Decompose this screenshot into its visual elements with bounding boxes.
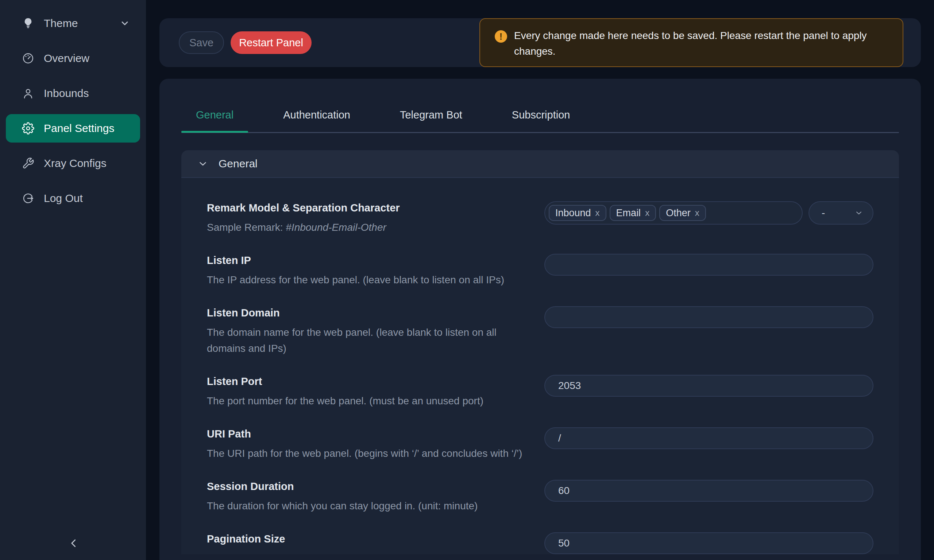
- remove-tag-icon[interactable]: x: [695, 208, 700, 218]
- form-row-remark-model: Remark Model & Separation Character Samp…: [207, 201, 874, 235]
- general-section: General Remark Model & Separation Charac…: [181, 150, 899, 554]
- field-label: Remark Model & Separation Character: [207, 202, 400, 214]
- general-section-body: Remark Model & Separation Character Samp…: [181, 178, 899, 554]
- field-description: The IP address for the web panel. (leave…: [207, 272, 504, 288]
- sidebar-item-inbounds[interactable]: Inbounds: [0, 79, 146, 108]
- sidebar: Theme Overview Inbounds Panel Settings: [0, 0, 146, 560]
- session-duration-input[interactable]: 60: [544, 480, 874, 502]
- main-content: Save Restart Panel ! Every change made h…: [146, 0, 934, 560]
- warning-icon: !: [495, 30, 507, 43]
- separator-select-value: -: [821, 207, 825, 219]
- field-description: The domain name for the web panel. (leav…: [207, 325, 506, 357]
- field-description: The port number for the web panel. (must…: [207, 393, 483, 409]
- sidebar-item-overview[interactable]: Overview: [0, 44, 146, 72]
- field-label: Listen IP: [207, 254, 504, 266]
- tag-other: Otherx: [659, 205, 706, 221]
- person-icon: [22, 87, 34, 100]
- field-label: Pagination Size: [207, 533, 285, 545]
- restart-panel-button[interactable]: Restart Panel: [231, 31, 311, 54]
- form-row-listen-ip: Listen IP The IP address for the web pan…: [207, 254, 874, 288]
- listen-ip-input[interactable]: [544, 254, 874, 275]
- gear-icon: [22, 122, 34, 135]
- restart-warning-alert: ! Every change made here needs to be sav…: [479, 18, 903, 67]
- pagination-size-input[interactable]: 50: [544, 532, 874, 554]
- sidebar-nav: Overview Inbounds Panel Settings Xray Co…: [0, 44, 146, 212]
- save-button[interactable]: Save: [179, 31, 224, 54]
- uri-path-input[interactable]: /: [544, 427, 874, 449]
- section-title: General: [219, 157, 257, 170]
- logout-icon: [22, 192, 34, 205]
- tag-inbound: Inboundx: [549, 205, 606, 221]
- sidebar-item-panel-settings[interactable]: Panel Settings: [6, 114, 140, 143]
- theme-toggle[interactable]: Theme: [0, 12, 146, 35]
- form-row-session-duration: Session Duration The duration for which …: [207, 480, 874, 514]
- chevron-down-icon: [854, 209, 863, 217]
- tab-telegram-bot[interactable]: Telegram Bot: [385, 105, 477, 132]
- toolbar-card: Save Restart Panel ! Every change made h…: [159, 18, 921, 67]
- field-label: Listen Domain: [207, 307, 506, 319]
- listen-domain-input[interactable]: [544, 306, 874, 328]
- form-row-pagination-size: Pagination Size 50: [207, 532, 874, 554]
- remove-tag-icon[interactable]: x: [645, 208, 649, 218]
- sidebar-collapse-button[interactable]: [65, 534, 82, 552]
- tab-subscription[interactable]: Subscription: [497, 105, 585, 132]
- tabs-divider: [181, 132, 899, 133]
- chevron-down-icon: [197, 158, 208, 169]
- field-label: Session Duration: [207, 480, 478, 492]
- gauge-icon: [22, 52, 34, 65]
- form-row-uri-path: URI Path The URI path for the web panel.…: [207, 427, 874, 462]
- field-label: URI Path: [207, 428, 522, 440]
- sample-remark-value: #Inbound-Email-Other: [286, 222, 386, 233]
- field-description: The URI path for the web panel. (begins …: [207, 446, 522, 462]
- tab-authentication[interactable]: Authentication: [268, 105, 365, 132]
- form-row-listen-domain: Listen Domain The domain name for the we…: [207, 306, 874, 357]
- tab-general[interactable]: General: [181, 105, 248, 132]
- sidebar-item-xray-configs[interactable]: Xray Configs: [0, 149, 146, 178]
- lightbulb-icon: [22, 17, 34, 29]
- remark-model-multiselect[interactable]: Inboundx Emailx Otherx: [544, 201, 803, 225]
- settings-tabs: General Authentication Telegram Bot Subs…: [181, 105, 899, 132]
- sidebar-item-logout[interactable]: Log Out: [0, 184, 146, 212]
- separator-select[interactable]: -: [809, 201, 874, 225]
- field-description: The duration for which you can stay logg…: [207, 498, 478, 514]
- chevron-down-icon: [120, 18, 130, 28]
- general-section-header[interactable]: General: [181, 150, 899, 178]
- theme-label: Theme: [44, 17, 78, 29]
- listen-port-input[interactable]: 2053: [544, 375, 874, 397]
- remove-tag-icon[interactable]: x: [595, 208, 600, 218]
- form-row-listen-port: Listen Port The port number for the web …: [207, 375, 874, 409]
- settings-card: General Authentication Telegram Bot Subs…: [159, 79, 921, 560]
- field-label: Listen Port: [207, 375, 483, 388]
- tag-email: Emailx: [610, 205, 657, 221]
- wrench-icon: [22, 157, 34, 169]
- field-description: Sample Remark: #Inbound-Email-Other: [207, 220, 400, 235]
- alert-message: Every change made here needs to be saved…: [514, 28, 892, 59]
